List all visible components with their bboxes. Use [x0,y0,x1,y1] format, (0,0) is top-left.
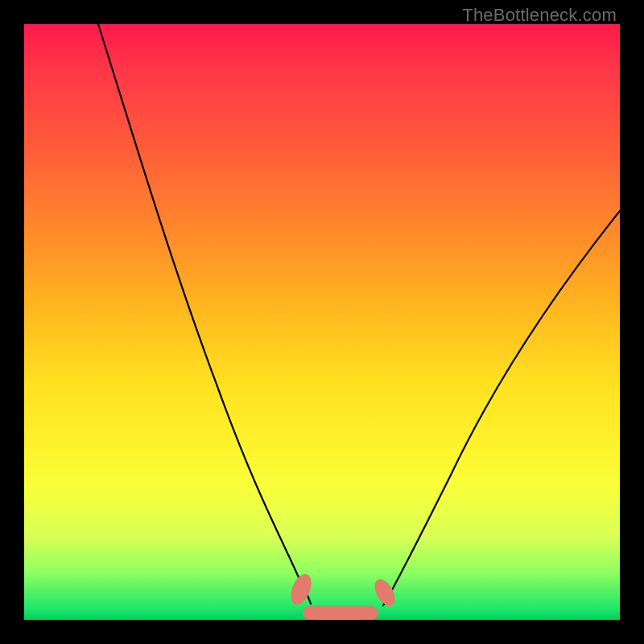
optimal-zone [287,571,398,620]
curve-left [98,24,311,604]
watermark-text: TheBottleneck.com [462,5,617,26]
plot-area [24,24,620,620]
curves-svg [24,24,620,620]
blob-center-right-cap [362,605,378,620]
curve-right [383,211,620,605]
chart-frame: TheBottleneck.com [0,0,644,644]
blob-center-left-cap [303,605,319,620]
